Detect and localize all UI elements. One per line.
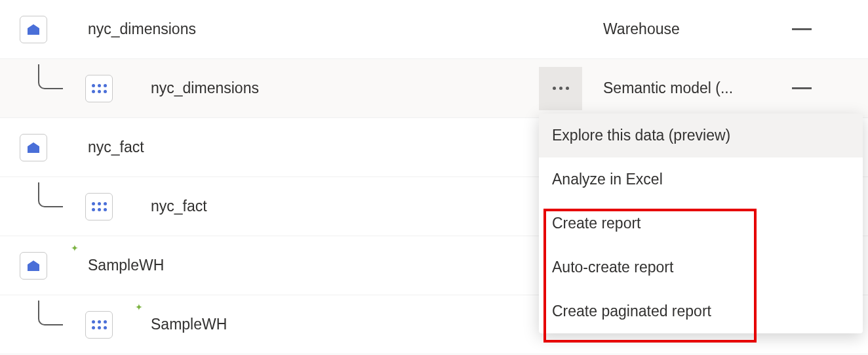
warehouse-icon — [20, 134, 47, 161]
item-name: nyc_dimensions — [151, 79, 259, 97]
more-options-button[interactable] — [539, 67, 582, 110]
list-row-semantic-model[interactable]: nyc_dimensions Semantic model (... — [0, 59, 868, 118]
dash-indicator — [792, 87, 812, 89]
menu-item-analyze-excel[interactable]: Analyze in Excel — [539, 157, 863, 201]
tree-connector — [38, 64, 63, 89]
warehouse-icon — [20, 16, 47, 43]
tree-connector — [38, 301, 63, 325]
semantic-model-icon — [85, 311, 113, 339]
context-menu: Explore this data (preview) Analyze in E… — [539, 114, 863, 333]
semantic-model-icon — [85, 75, 113, 102]
menu-item-create-paginated-report[interactable]: Create paginated report — [539, 289, 863, 333]
semantic-model-icon — [85, 193, 113, 220]
item-name: nyc_dimensions — [88, 20, 196, 38]
item-name: SampleWH — [151, 316, 227, 333]
dash-indicator — [792, 28, 812, 30]
menu-item-explore-data[interactable]: Explore this data (preview) — [539, 114, 863, 157]
item-name: SampleWH — [88, 257, 164, 274]
warehouse-icon — [20, 252, 47, 280]
item-name: nyc_fact — [151, 198, 207, 215]
sparkle-icon: ✦ — [71, 243, 79, 253]
list-row-warehouse[interactable]: nyc_dimensions Warehouse — [0, 0, 868, 59]
item-name: nyc_fact — [88, 138, 144, 156]
ellipsis-icon — [553, 87, 569, 90]
menu-item-auto-create-report[interactable]: Auto-create report — [539, 245, 863, 289]
tree-connector — [38, 182, 63, 207]
menu-item-create-report[interactable]: Create report — [539, 201, 863, 245]
item-type: Warehouse — [603, 20, 680, 38]
item-type: Semantic model (... — [603, 79, 733, 97]
sparkle-icon: ✦ — [135, 302, 143, 312]
